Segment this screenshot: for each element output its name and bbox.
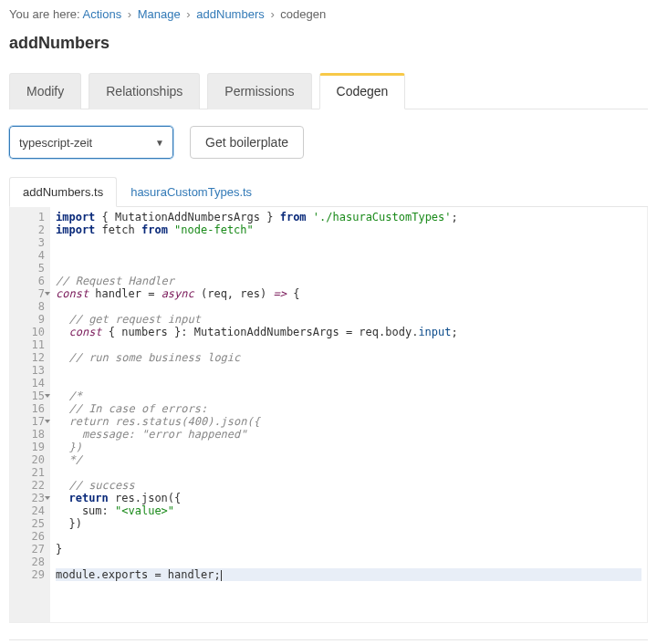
line-number: 23 <box>14 492 45 504</box>
line-number: 5 <box>14 262 45 275</box>
line-number: 24 <box>14 504 45 517</box>
cursor <box>221 570 222 581</box>
code-line[interactable] <box>56 364 641 377</box>
file-tab[interactable]: hasuraCustomTypes.ts <box>117 177 266 207</box>
editor-gutter: 1234567891011121314151617181920212223242… <box>10 207 50 622</box>
breadcrumb-link[interactable]: Manage <box>138 7 181 21</box>
code-editor[interactable]: 1234567891011121314151617181920212223242… <box>9 207 648 623</box>
code-line[interactable]: return res.json({ <box>56 492 641 504</box>
line-number: 11 <box>14 338 45 351</box>
main-tabs: ModifyRelationshipsPermissionsCodegen <box>9 73 648 109</box>
framework-select[interactable]: typescript-zeit <box>9 126 173 159</box>
tab-relationships[interactable]: Relationships <box>89 73 200 109</box>
get-boilerplate-button[interactable]: Get boilerplate <box>190 126 304 159</box>
code-line[interactable]: // In case of errors: <box>56 402 641 415</box>
file-tab[interactable]: addNumbers.ts <box>9 177 117 207</box>
tab-modify[interactable]: Modify <box>9 73 81 109</box>
code-line[interactable]: // run some business logic <box>56 351 641 364</box>
code-line[interactable]: /* <box>56 390 641 402</box>
editor-code[interactable]: import { MutationAddNumbersArgs } from '… <box>50 207 647 622</box>
line-number: 21 <box>14 466 45 479</box>
line-number: 13 <box>14 364 45 377</box>
code-line[interactable] <box>56 262 641 275</box>
line-number: 17 <box>14 415 45 428</box>
file-tabs: addNumbers.tshasuraCustomTypes.ts <box>9 177 648 207</box>
line-number: 27 <box>14 543 45 556</box>
code-line[interactable] <box>56 530 641 543</box>
line-number: 10 <box>14 326 45 338</box>
line-number: 12 <box>14 351 45 364</box>
line-number: 26 <box>14 530 45 543</box>
code-line[interactable] <box>56 338 641 351</box>
code-line[interactable]: // get request input <box>56 313 641 326</box>
chevron-right-icon: › <box>186 7 190 21</box>
code-line[interactable]: module.exports = handler; <box>56 568 641 581</box>
code-line[interactable] <box>56 466 641 479</box>
code-line[interactable]: import { MutationAddNumbersArgs } from '… <box>56 211 641 223</box>
bottom-divider <box>9 639 648 640</box>
code-line[interactable]: // success <box>56 479 641 492</box>
controls-row: typescript-zeit ▼ Get boilerplate <box>9 126 648 159</box>
line-number: 22 <box>14 479 45 492</box>
line-number: 19 <box>14 441 45 453</box>
line-number: 28 <box>14 556 45 568</box>
code-line[interactable]: // Request Handler <box>56 275 641 287</box>
line-number: 3 <box>14 236 45 249</box>
line-number: 16 <box>14 402 45 415</box>
line-number: 14 <box>14 377 45 390</box>
line-number: 2 <box>14 223 45 236</box>
code-line[interactable]: }) <box>56 441 641 453</box>
tab-codegen[interactable]: Codegen <box>319 73 406 109</box>
breadcrumb: You are here: Actions › Manage › addNumb… <box>9 7 648 21</box>
code-line[interactable]: } <box>56 543 641 556</box>
code-line[interactable]: import fetch from "node-fetch" <box>56 223 641 236</box>
code-line[interactable]: }) <box>56 517 641 530</box>
breadcrumb-prefix: You are here: <box>9 7 80 21</box>
page-title: addNumbers <box>9 34 648 53</box>
framework-select-wrap: typescript-zeit ▼ <box>9 126 173 159</box>
breadcrumb-link[interactable]: Actions <box>83 7 122 21</box>
line-number: 20 <box>14 453 45 466</box>
code-line[interactable] <box>56 300 641 313</box>
line-number: 6 <box>14 275 45 287</box>
code-line[interactable]: sum: "<value>" <box>56 504 641 517</box>
line-number: 25 <box>14 517 45 530</box>
line-number: 8 <box>14 300 45 313</box>
line-number: 4 <box>14 249 45 262</box>
line-number: 29 <box>14 568 45 581</box>
line-number: 15 <box>14 390 45 402</box>
code-line[interactable]: return res.status(400).json({ <box>56 415 641 428</box>
chevron-right-icon: › <box>128 7 131 21</box>
code-line[interactable] <box>56 236 641 249</box>
line-number: 9 <box>14 313 45 326</box>
code-line[interactable]: */ <box>56 453 641 466</box>
line-number: 18 <box>14 428 45 441</box>
line-number: 1 <box>14 211 45 223</box>
code-line[interactable]: const handler = async (req, res) => { <box>56 287 641 300</box>
code-line[interactable] <box>56 556 641 568</box>
code-line[interactable] <box>56 249 641 262</box>
code-line[interactable]: message: "error happened" <box>56 428 641 441</box>
chevron-right-icon: › <box>270 7 274 21</box>
code-line[interactable]: const { numbers }: MutationAddNumbersArg… <box>56 326 641 338</box>
breadcrumb-current: codegen <box>280 7 326 21</box>
code-line[interactable] <box>56 377 641 390</box>
line-number: 7 <box>14 287 45 300</box>
tab-permissions[interactable]: Permissions <box>207 73 311 109</box>
breadcrumb-link[interactable]: addNumbers <box>196 7 264 21</box>
